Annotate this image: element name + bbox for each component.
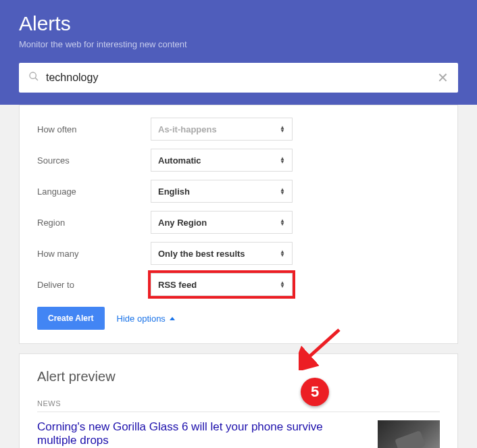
svg-point-0 xyxy=(30,72,36,78)
updown-icon: ▲▼ xyxy=(280,157,285,164)
search-icon xyxy=(28,71,39,84)
language-select[interactable]: English ▲▼ xyxy=(151,180,293,203)
updown-icon: ▲▼ xyxy=(280,281,285,288)
language-label: Language xyxy=(37,186,151,197)
region-label: Region xyxy=(37,218,151,228)
how-often-select[interactable]: As-it-happens ▲▼ xyxy=(151,118,293,141)
hide-options-link[interactable]: Hide options xyxy=(117,314,175,324)
page-title: Alerts xyxy=(19,12,458,35)
how-many-value: Only the best results xyxy=(158,249,245,259)
preview-section-label: NEWS xyxy=(37,399,440,412)
svg-line-1 xyxy=(35,78,38,80)
clear-icon[interactable]: ✕ xyxy=(437,70,449,86)
search-bar-wrap: ✕ xyxy=(0,63,477,105)
updown-icon: ▲▼ xyxy=(280,188,285,195)
create-alert-button[interactable]: Create Alert xyxy=(37,307,105,330)
search-box[interactable]: ✕ xyxy=(19,63,458,93)
updown-icon: ▲▼ xyxy=(280,126,285,132)
deliver-to-label: Deliver to xyxy=(37,280,151,290)
how-many-label: How many xyxy=(37,249,151,259)
region-select[interactable]: Any Region ▲▼ xyxy=(151,211,293,234)
how-often-value: As-it-happens xyxy=(158,124,217,134)
how-often-label: How often xyxy=(37,124,151,134)
article-item: Corning's new Gorilla Glass 6 will let y… xyxy=(37,420,440,448)
sources-value: Automatic xyxy=(158,155,201,166)
caret-up-icon xyxy=(170,317,175,320)
language-value: English xyxy=(158,186,190,197)
updown-icon: ▲▼ xyxy=(280,219,285,226)
page-subtitle: Monitor the web for interesting new cont… xyxy=(19,39,458,49)
sources-select[interactable]: Automatic ▲▼ xyxy=(151,149,293,172)
search-input[interactable] xyxy=(46,72,437,84)
article-thumbnail[interactable] xyxy=(378,420,440,448)
sources-label: Sources xyxy=(37,155,151,166)
how-many-select[interactable]: Only the best results ▲▼ xyxy=(151,242,293,265)
preview-heading: Alert preview xyxy=(37,369,440,384)
options-card: How often As-it-happens ▲▼ Sources Autom… xyxy=(19,105,458,344)
updown-icon: ▲▼ xyxy=(280,250,285,257)
preview-card: Alert preview NEWS Corning's new Gorilla… xyxy=(19,353,458,448)
region-value: Any Region xyxy=(158,218,207,228)
deliver-to-select[interactable]: RSS feed ▲▼ xyxy=(151,273,293,296)
deliver-to-value: RSS feed xyxy=(158,280,197,290)
article-title-link[interactable]: Corning's new Gorilla Glass 6 will let y… xyxy=(37,420,366,447)
hide-options-label: Hide options xyxy=(117,314,166,324)
page-header: Alerts Monitor the web for interesting n… xyxy=(0,0,477,63)
